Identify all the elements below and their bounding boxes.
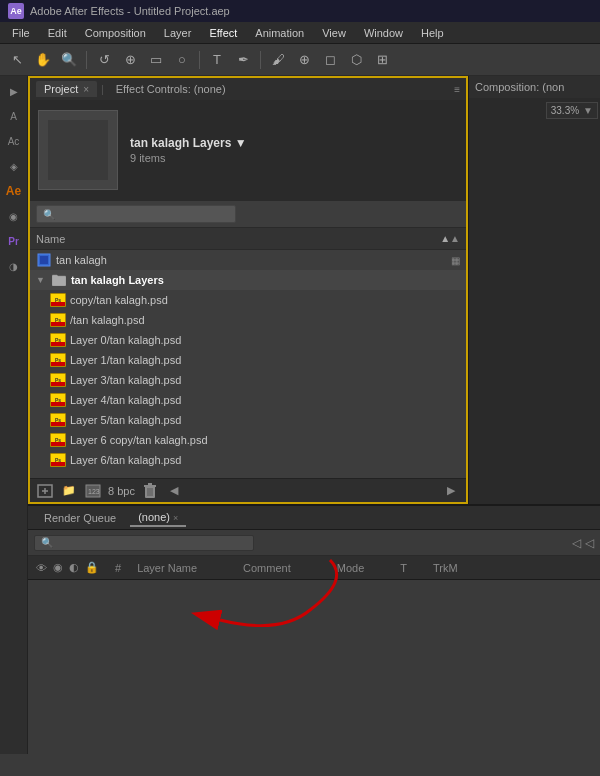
file-item-layer0[interactable]: Ps Layer 0/tan kalagh.psd bbox=[30, 330, 466, 350]
tab-effect-label: Effect Controls: (none) bbox=[116, 83, 226, 95]
sidebar-icon-3[interactable]: Ac bbox=[3, 130, 25, 152]
sidebar-icon-5[interactable]: ◉ bbox=[3, 205, 25, 227]
menu-effect[interactable]: Effect bbox=[201, 25, 245, 41]
solo-icon[interactable]: ◐ bbox=[69, 561, 79, 574]
menu-window[interactable]: Window bbox=[356, 25, 411, 41]
psd-icon-layer6: Ps bbox=[50, 452, 66, 468]
render-tab-bar: Render Queue (none) × bbox=[28, 506, 600, 530]
eye-icon[interactable]: 👁 bbox=[36, 562, 47, 574]
tab-none[interactable]: (none) × bbox=[130, 509, 186, 527]
tool-hand[interactable]: ✋ bbox=[32, 49, 54, 71]
file-item-layer4[interactable]: Ps Layer 4/tan kalagh.psd bbox=[30, 390, 466, 410]
sidebar-icon-6[interactable]: ◑ bbox=[3, 255, 25, 277]
tool-select[interactable]: ↖ bbox=[6, 49, 28, 71]
sidebar-icon-4[interactable]: ◈ bbox=[3, 155, 25, 177]
none-label: (none) bbox=[138, 511, 170, 523]
file-list-header: Name ▲ ▲ bbox=[30, 228, 466, 250]
timeline-icon-2[interactable]: ◁ bbox=[585, 536, 594, 550]
file-item-copy[interactable]: Ps copy/tan kalagh.psd bbox=[30, 290, 466, 310]
folder-icon-bottom[interactable]: 📁 bbox=[60, 482, 78, 500]
tool-eraser[interactable]: ◻ bbox=[319, 49, 341, 71]
menu-composition[interactable]: Composition bbox=[77, 25, 154, 41]
tool-clone[interactable]: ⊕ bbox=[293, 49, 315, 71]
file-item-layer1[interactable]: Ps Layer 1/tan kalagh.psd bbox=[30, 350, 466, 370]
tool-rotate[interactable]: ↺ bbox=[93, 49, 115, 71]
filename-layer6: Layer 6/tan kalagh.psd bbox=[70, 454, 460, 466]
file-item-layer5[interactable]: Ps Layer 5/tan kalagh.psd bbox=[30, 410, 466, 430]
project-tab-bar: Project × | Effect Controls: (none) ≡ bbox=[30, 78, 466, 100]
search-area: 🔍 bbox=[30, 200, 466, 228]
comp-icon bbox=[36, 252, 52, 268]
sidebar-icon-1[interactable]: ▶ bbox=[3, 80, 25, 102]
tool-pen[interactable]: ✒ bbox=[232, 49, 254, 71]
panel-menu: ≡ bbox=[454, 84, 460, 95]
tool-anchor[interactable]: ⊕ bbox=[119, 49, 141, 71]
col-hash: # bbox=[115, 562, 121, 574]
lock-icon[interactable]: 🔒 bbox=[85, 561, 99, 574]
zoom-arrow[interactable]: ▼ bbox=[583, 105, 593, 116]
filename-layer4: Layer 4/tan kalagh.psd bbox=[70, 394, 460, 406]
title-bar: Ae Adobe After Effects - Untitled Projec… bbox=[0, 0, 600, 22]
file-item-layer6[interactable]: Ps Layer 6/tan kalagh.psd bbox=[30, 450, 466, 470]
filename-layer0: Layer 0/tan kalagh.psd bbox=[70, 334, 460, 346]
import-icon[interactable]: 123 bbox=[84, 482, 102, 500]
tab-effect-controls[interactable]: Effect Controls: (none) bbox=[108, 81, 234, 97]
project-panel: Project × | Effect Controls: (none) ≡ bbox=[28, 76, 468, 504]
svg-rect-1 bbox=[40, 256, 48, 264]
new-comp-icon[interactable] bbox=[36, 482, 54, 500]
search-icon: 🔍 bbox=[43, 209, 55, 220]
file-item-layer6copy[interactable]: Ps Layer 6 copy/tan kalagh.psd bbox=[30, 430, 466, 450]
delete-icon[interactable] bbox=[141, 482, 159, 500]
sidebar-icon-adobe[interactable]: Ae bbox=[3, 180, 25, 202]
tab-project-close[interactable]: × bbox=[83, 84, 89, 95]
filename-layer1: Layer 1/tan kalagh.psd bbox=[70, 354, 460, 366]
comp-tab-label[interactable]: Composition: (non bbox=[475, 81, 564, 93]
sidebar-icon-2[interactable]: A bbox=[3, 105, 25, 127]
project-preview: tan kalagh Layers ▼ 9 items bbox=[30, 100, 466, 200]
col-layer-name: Layer Name bbox=[137, 562, 197, 574]
tab-none-close[interactable]: × bbox=[173, 513, 178, 523]
file-item-root[interactable]: Ps /tan kalagh.psd bbox=[30, 310, 466, 330]
tool-text[interactable]: T bbox=[206, 49, 228, 71]
tool-rect-mask[interactable]: ▭ bbox=[145, 49, 167, 71]
psd-icon-layer3: Ps bbox=[50, 372, 66, 388]
menu-layer[interactable]: Layer bbox=[156, 25, 200, 41]
panel-menu-icon[interactable]: ≡ bbox=[454, 84, 460, 95]
menu-file[interactable]: File bbox=[4, 25, 38, 41]
thumb-content bbox=[48, 120, 108, 180]
tool-brush[interactable]: 🖌 bbox=[267, 49, 289, 71]
file-item-tan-kalagh[interactable]: tan kalagh ▦ bbox=[30, 250, 466, 270]
filename-layer6copy: Layer 6 copy/tan kalagh.psd bbox=[70, 434, 460, 446]
file-list[interactable]: Name ▲ ▲ tan bbox=[30, 228, 466, 478]
tool-ellipse-mask[interactable]: ○ bbox=[171, 49, 193, 71]
tool-zoom[interactable]: 🔍 bbox=[58, 49, 80, 71]
tool-roto[interactable]: ⬡ bbox=[345, 49, 367, 71]
menu-view[interactable]: View bbox=[314, 25, 354, 41]
preview-thumbnail bbox=[38, 110, 118, 190]
menu-animation[interactable]: Animation bbox=[247, 25, 312, 41]
col-trkm: TrkM bbox=[433, 562, 458, 574]
tab-separator: | bbox=[101, 84, 104, 95]
search-input[interactable] bbox=[59, 208, 199, 220]
bottom-panels: Render Queue (none) × 🔍 ◁ ◁ bbox=[28, 506, 600, 754]
tool-puppet[interactable]: ⊞ bbox=[371, 49, 393, 71]
bottom-search-input[interactable] bbox=[57, 537, 237, 549]
menu-edit[interactable]: Edit bbox=[40, 25, 75, 41]
prev-btn[interactable]: ◀ bbox=[165, 482, 183, 500]
bottom-search-box: 🔍 bbox=[34, 535, 254, 551]
audio-icon[interactable]: ◉ bbox=[53, 561, 63, 574]
sidebar-icon-pr[interactable]: Pr bbox=[3, 230, 25, 252]
comp-tab-bar: Composition: (non bbox=[469, 76, 600, 98]
expand-arrow: ▼ bbox=[36, 275, 45, 285]
timeline-icon-1[interactable]: ◁ bbox=[572, 536, 581, 550]
next-btn[interactable]: ▶ bbox=[442, 482, 460, 500]
bpc-label: 8 bpc bbox=[108, 485, 135, 497]
file-item-folder[interactable]: ▼ tan kalagh Layers bbox=[30, 270, 466, 290]
render-queue-label: Render Queue bbox=[44, 512, 116, 524]
menu-help[interactable]: Help bbox=[413, 25, 452, 41]
psd-icon-layer6copy: Ps bbox=[50, 432, 66, 448]
tab-render-queue[interactable]: Render Queue bbox=[36, 510, 124, 526]
tab-project[interactable]: Project × bbox=[36, 81, 97, 97]
item-badge: ▦ bbox=[451, 255, 460, 266]
file-item-layer3[interactable]: Ps Layer 3/tan kalagh.psd bbox=[30, 370, 466, 390]
